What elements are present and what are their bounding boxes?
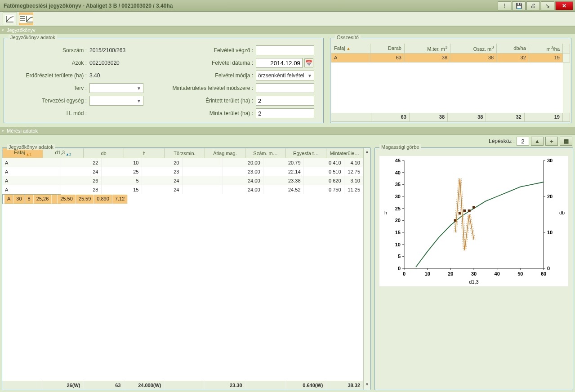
scroll-up-icon[interactable]: ▲ <box>364 148 370 155</box>
calc-button[interactable]: ▦ <box>560 137 572 146</box>
method-label: Felvétel módja : <box>152 72 256 79</box>
meas-footer: 26(W) 63 24.000(W) 23.30 0.640(W) 38.32 <box>2 381 363 390</box>
export-button[interactable]: ↘ <box>541 1 554 10</box>
scroll-down-icon[interactable]: ▼ <box>364 381 370 388</box>
table-row[interactable]: A2652424.0023.380.6203.10 <box>2 176 363 185</box>
col-m3ha[interactable]: m3/ha <box>529 44 562 53</box>
svg-text:20: 20 <box>448 271 453 276</box>
mcol-avg[interactable]: Átlag mag. <box>205 148 245 158</box>
table-row[interactable]: A30825,2625.5025.590.8907.12 <box>2 194 61 204</box>
svg-text:40: 40 <box>395 170 401 175</box>
col-darab[interactable]: Darab <box>370 44 405 53</box>
meas-table: Fafaj▲1 d1,3▲2 db h Törzsmin. Átlag mag.… <box>2 148 363 158</box>
svg-text:10: 10 <box>425 271 430 276</box>
print-button[interactable]: 🖨 <box>526 1 540 10</box>
unit-select[interactable]: ▼ <box>89 96 143 106</box>
mcol-szam[interactable]: Szám. m… <box>245 148 286 158</box>
svg-text:30: 30 <box>547 158 553 163</box>
table-row[interactable]: A24252323.0022.140.51012.75 <box>2 167 363 176</box>
svg-text:20: 20 <box>395 218 401 223</box>
svg-text:15: 15 <box>395 230 401 235</box>
mcol-minta[interactable]: Mintaterüle… <box>326 148 363 158</box>
svg-text:0: 0 <box>547 266 550 271</box>
chevron-down-icon: ▼ <box>137 98 141 103</box>
save-button[interactable]: 💾 <box>512 1 526 10</box>
summary-legend: Összesítő <box>335 35 361 40</box>
window-title: Fatömegbecslési jegyzőkönyv - Abaliget 3… <box>2 3 497 9</box>
step-bar: Lépésköz : ▲ ＋ ▦ <box>0 135 575 147</box>
step-up-button[interactable]: ▲ <box>531 137 544 146</box>
sample-method-label: Mintaterületes felvétel módszere : <box>152 85 256 91</box>
mcol-db[interactable]: db <box>84 148 124 158</box>
journal-section-header[interactable]: Jegyzőkönyv <box>0 26 575 34</box>
sample-method-input[interactable] <box>256 83 314 93</box>
calendar-icon: 📅 <box>305 60 312 67</box>
terv-select[interactable]: ▼ <box>89 83 143 93</box>
date-input[interactable] <box>256 58 303 68</box>
azok-value: 0021003020 <box>89 60 152 66</box>
col-fafaj[interactable]: Fafaj ▲ <box>331 44 370 53</box>
svg-text:0: 0 <box>398 266 401 271</box>
summary-totals-row: 6338383219 <box>331 113 570 122</box>
step-input[interactable] <box>517 137 529 146</box>
summary-row[interactable]: A6338383219 <box>331 53 570 62</box>
meas-scrollbar[interactable] <box>363 158 370 380</box>
summary-table: Fafaj ▲ Darab M.ter. m3 Össz. m3 db/ha m… <box>331 44 570 62</box>
chevron-down-icon: ▼ <box>137 86 141 91</box>
affected-label: Érintett terület (ha) : <box>152 98 256 104</box>
summary-scrollbar[interactable] <box>563 62 570 113</box>
list-curve-icon <box>19 15 33 23</box>
svg-text:0: 0 <box>403 271 406 276</box>
meas-data-panel: Jegyzőkönyv adatok Fafaj▲1 d1,3▲2 db h T… <box>2 147 371 390</box>
curve-icon <box>5 15 14 23</box>
svg-text:h: h <box>384 210 387 215</box>
table-row[interactable]: A22102020.0020.790.4104.10 <box>2 158 363 167</box>
curve-tool-button[interactable] <box>3 13 17 25</box>
col-mter[interactable]: M.ter. m3 <box>404 44 450 53</box>
journal-data-panel: Jegyzőkönyv adatok Sorszám : 2015/2100/2… <box>4 38 324 123</box>
svg-text:20: 20 <box>547 194 553 199</box>
meas-section-header[interactable]: Mérési adatok <box>0 127 575 135</box>
summary-scroll-head <box>563 44 570 53</box>
calendar-button[interactable]: 📅 <box>304 58 313 67</box>
table-row[interactable]: A28152424.0024.520.75011.25 <box>2 185 363 194</box>
azok-label: Azok : <box>9 60 89 66</box>
mcol-torzs[interactable]: Törzsmin. <box>165 148 205 158</box>
titlebar: Fatömegbecslési jegyzőkönyv - Abaliget 3… <box>0 0 575 12</box>
meas-scroll-foot: ▼ <box>363 381 370 390</box>
height-curve-legend: Magassági görbe <box>379 144 421 150</box>
mcol-egyes[interactable]: Egyesfa t… <box>286 148 326 158</box>
list-curve-tool-button[interactable] <box>19 13 33 25</box>
col-dbha[interactable]: db/ha <box>497 44 529 53</box>
col-ossz[interactable]: Össz. m3 <box>450 44 497 53</box>
svg-text:25: 25 <box>395 206 401 211</box>
sample-area-label: Minta terület (ha) : <box>152 110 256 116</box>
svg-text:50: 50 <box>517 271 523 276</box>
summary-panel: Összesítő Fafaj ▲ Darab M.ter. m3 Össz. … <box>330 38 571 123</box>
meas-scroll-head: ▲ <box>363 148 370 158</box>
svg-text:40: 40 <box>495 271 500 276</box>
svg-text:d1,3: d1,3 <box>469 279 478 285</box>
method-select[interactable]: örzsenkénti felvétel▼ <box>256 71 314 80</box>
mcol-h[interactable]: h <box>124 148 165 158</box>
svg-rect-52 <box>472 206 475 209</box>
svg-rect-51 <box>468 209 471 212</box>
svg-text:30: 30 <box>395 194 401 199</box>
svg-text:5: 5 <box>398 254 401 259</box>
svg-text:30: 30 <box>471 271 477 276</box>
area-label: Erdőrészlet területe (ha) : <box>9 72 89 79</box>
alert-button[interactable]: ! <box>498 1 511 10</box>
svg-rect-50 <box>463 209 466 212</box>
recorder-input[interactable] <box>256 45 314 55</box>
height-curve-chart: 01020304050600510152025303540450102030d1… <box>379 156 568 286</box>
recorder-label: Felvételt végző : <box>152 47 256 53</box>
svg-text:35: 35 <box>395 182 401 187</box>
close-button[interactable]: ✕ <box>555 1 573 10</box>
add-row-button[interactable]: ＋ <box>545 137 558 146</box>
summary-header-row: Fafaj ▲ Darab M.ter. m3 Össz. m3 db/ha m… <box>331 44 570 53</box>
meas-data-legend: Jegyzőkönyv adatok <box>7 144 55 150</box>
sample-area-input[interactable] <box>256 108 314 118</box>
toolbar <box>0 12 575 26</box>
affected-input[interactable] <box>256 96 314 106</box>
chevron-down-icon: ▼ <box>308 73 312 78</box>
